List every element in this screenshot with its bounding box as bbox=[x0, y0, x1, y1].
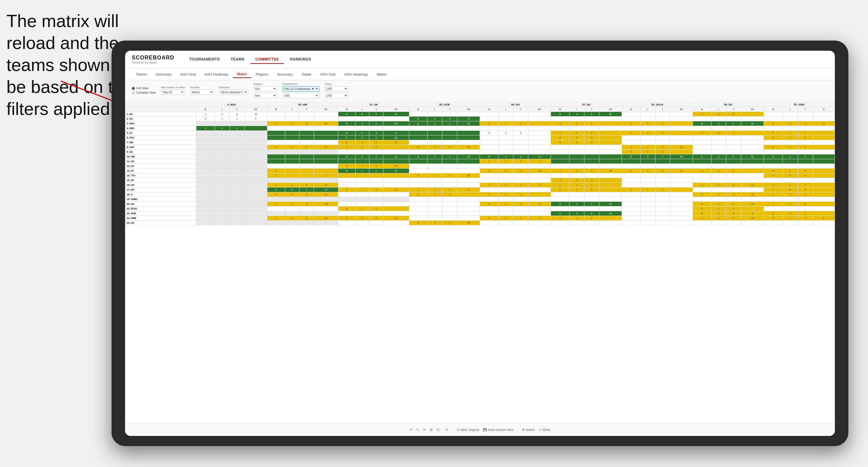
max-teams-filter: Max teams in view Top 25 bbox=[161, 86, 185, 95]
matrix-cell bbox=[457, 192, 480, 197]
subnav-h2h-heatmap1[interactable]: H2H Heatmap bbox=[200, 71, 232, 78]
matrix-cell bbox=[285, 159, 299, 164]
matrix-cell bbox=[215, 169, 230, 173]
matrix-cell bbox=[196, 131, 215, 136]
nav-rankings[interactable]: RANKINGS bbox=[285, 55, 316, 64]
matrix-cell bbox=[584, 117, 599, 121]
matrix-cell: 0 bbox=[383, 140, 409, 145]
matrix-cell bbox=[230, 121, 244, 126]
matrix-cell bbox=[299, 178, 314, 183]
matrix-cell: 2 bbox=[622, 169, 641, 173]
compact-view-dot bbox=[132, 91, 135, 94]
matrix-cell bbox=[196, 140, 215, 145]
nav-teams[interactable]: TEAMS bbox=[226, 55, 249, 64]
matrix-cell bbox=[655, 211, 670, 216]
team-select-2[interactable]: (All) bbox=[325, 93, 348, 98]
undo-button[interactable]: ↺ bbox=[410, 428, 412, 432]
matrix-cell: 1 bbox=[196, 126, 215, 131]
matrix-area[interactable]: 3. ASU 10. UW 11. UA 22. UCB 24. UO 27. … bbox=[125, 101, 835, 423]
matrix-cell bbox=[369, 221, 383, 225]
full-view-radio[interactable]: Full View bbox=[132, 87, 156, 90]
matrix-cell bbox=[267, 221, 285, 225]
nav-tournaments[interactable]: TOURNAMENTS bbox=[185, 55, 225, 64]
subnav-teams[interactable]: Teams bbox=[132, 71, 151, 78]
matrix-cell bbox=[640, 140, 655, 145]
matrix-cell bbox=[498, 173, 513, 178]
zoom-button[interactable]: ⊞ bbox=[430, 428, 433, 432]
conference-select-2[interactable]: (All) bbox=[283, 93, 319, 98]
subnav-h2h-heatmap2[interactable]: H2H Heatmap bbox=[340, 71, 372, 78]
watch-button[interactable]: 👁 Watch bbox=[522, 428, 534, 432]
matrix-cell bbox=[314, 154, 338, 159]
view-original-button[interactable]: ⊙ View: Original bbox=[457, 428, 479, 432]
gender-select[interactable]: Men's bbox=[190, 90, 214, 95]
matrix-cell bbox=[244, 150, 267, 154]
matrix-cell bbox=[513, 140, 528, 145]
clock-button[interactable]: ⏱ bbox=[445, 428, 448, 432]
matrix-cell: 0 bbox=[764, 216, 782, 221]
matrix-cell bbox=[383, 183, 409, 188]
matrix-cell bbox=[741, 173, 764, 178]
matrix-cell bbox=[528, 131, 551, 136]
save-custom-button[interactable]: 💾 Save Custom View bbox=[483, 428, 513, 432]
matrix-cell bbox=[244, 154, 267, 159]
matrix-cell: 2 bbox=[640, 150, 655, 154]
subnav-players[interactable]: Players bbox=[252, 71, 272, 78]
matrix-cell: 4 bbox=[498, 159, 513, 164]
max-teams-select[interactable]: Top 25 bbox=[161, 90, 185, 95]
matrix-cell bbox=[369, 126, 383, 131]
conference-select[interactable]: Pac-12 Conference ▼ bbox=[283, 86, 319, 92]
matrix-cell: 0 bbox=[428, 154, 442, 159]
sh-asu-w: W bbox=[196, 107, 215, 112]
division-select[interactable]: NCAA Division I bbox=[219, 90, 248, 95]
matrix-cell bbox=[551, 154, 570, 159]
matrix-cell bbox=[813, 183, 835, 188]
matrix-cell bbox=[442, 164, 457, 169]
matrix-cell bbox=[655, 136, 670, 140]
matrix-cell: 0 bbox=[513, 202, 528, 206]
row-label: 3. ASU bbox=[125, 121, 196, 126]
matrix-cell bbox=[215, 192, 230, 197]
matrix-cell bbox=[457, 164, 480, 169]
subnav-matrix2[interactable]: Matrix bbox=[372, 71, 391, 78]
matrix-cell bbox=[355, 159, 369, 164]
matrix-cell: 2 bbox=[409, 117, 428, 121]
matrix-cell bbox=[244, 159, 267, 164]
refresh-button[interactable]: ⟳ bbox=[423, 428, 426, 432]
team-select[interactable]: (All) bbox=[325, 86, 348, 92]
redo-button[interactable]: ↻ bbox=[416, 428, 419, 432]
matrix-cell bbox=[655, 216, 670, 221]
subnav-summary1[interactable]: Summary bbox=[151, 71, 175, 78]
subnav-h2h-grid2[interactable]: H2H Grid bbox=[316, 71, 340, 78]
matrix-cell bbox=[599, 136, 622, 140]
matrix-cell bbox=[196, 121, 215, 126]
fit-button[interactable]: ⊡ · bbox=[437, 428, 441, 432]
matrix-cell: 2 bbox=[693, 131, 712, 136]
region-select-2[interactable]: N/A bbox=[254, 93, 277, 98]
share-button[interactable]: ⇗ Share bbox=[538, 428, 550, 432]
compact-view-radio[interactable]: Compact View bbox=[132, 91, 156, 94]
matrix-cell bbox=[230, 145, 244, 150]
matrix-cell: 0 bbox=[764, 169, 782, 173]
matrix-cell: 32 bbox=[457, 154, 480, 159]
nav-committee[interactable]: COMMITTEE bbox=[250, 55, 284, 64]
matrix-cell bbox=[230, 136, 244, 140]
matrix-cell bbox=[670, 173, 693, 178]
matrix-cell: 26 bbox=[599, 169, 622, 173]
subnav-detail[interactable]: Detail bbox=[298, 71, 315, 78]
matrix-cell: 0 bbox=[369, 140, 383, 145]
matrix-cell: 1 bbox=[711, 211, 726, 216]
subnav-matrix[interactable]: Matrix bbox=[233, 71, 251, 78]
matrix-cell: 0 bbox=[798, 188, 813, 192]
subnav-h2h-grid1[interactable]: H2H Grid bbox=[176, 71, 200, 78]
matrix-cell bbox=[599, 121, 622, 126]
matrix-cell: 1 bbox=[338, 145, 355, 150]
region-select[interactable]: N/A bbox=[254, 86, 277, 92]
matrix-cell bbox=[285, 206, 299, 211]
matrix-cell bbox=[442, 159, 457, 164]
matrix-cell: 0 bbox=[782, 188, 798, 192]
subnav-summary2[interactable]: Summary bbox=[273, 71, 297, 78]
matrix-cell: 0 bbox=[584, 178, 599, 183]
matrix-cell bbox=[622, 183, 641, 188]
save-custom-label: Save Custom View bbox=[488, 428, 513, 432]
